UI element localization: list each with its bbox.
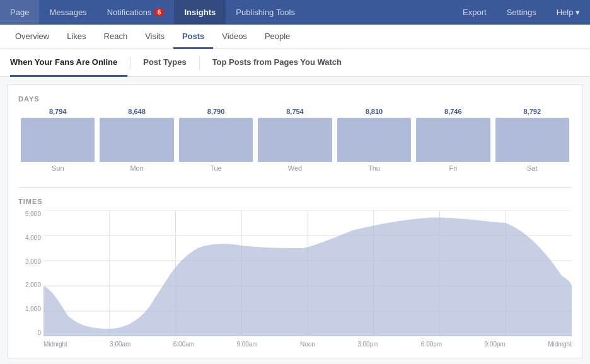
- nav-item-export[interactable]: Export: [453, 0, 497, 24]
- nav-label-page: Page: [10, 8, 29, 17]
- day-bar-mon[interactable]: [100, 118, 173, 162]
- times-svg-wrapper: Midnight 3:00am 6:00am 9:00am Noon 3:00p…: [43, 210, 572, 348]
- x-label-6pm: 6:00pm: [421, 341, 442, 348]
- y-label-4000: 4,000: [18, 234, 41, 241]
- second-nav-posts[interactable]: Posts: [173, 25, 213, 49]
- y-axis: 5,000 4,000 3,000 2,000 1,000 0: [18, 210, 43, 336]
- day-value-wed: 8,754: [286, 108, 304, 115]
- days-label: DAYS: [18, 95, 572, 103]
- sub-tab-post-types[interactable]: Post Types: [133, 50, 196, 77]
- second-nav-videos[interactable]: Videos: [213, 25, 256, 49]
- day-bar-col-wed: 8,754Wed: [258, 108, 332, 172]
- sub-tab-label-when-fans-online: When Your Fans Are Online: [10, 57, 117, 67]
- day-bar-col-sat: 8,792Sat: [495, 108, 569, 172]
- day-bar-wed[interactable]: [258, 118, 332, 162]
- day-bar-col-tue: 8,790Tue: [179, 108, 253, 172]
- day-bar-col-thu: 8,810Thu: [337, 108, 411, 172]
- y-label-3000: 3,000: [18, 258, 41, 265]
- second-nav-label-posts: Posts: [182, 31, 204, 41]
- second-nav-overview[interactable]: Overview: [6, 25, 58, 49]
- nav-label-publishing-tools: Publishing Tools: [236, 8, 295, 17]
- second-nav-reach[interactable]: Reach: [95, 25, 137, 49]
- day-bar-tue[interactable]: [179, 118, 253, 162]
- x-label-6am: 6:00am: [173, 341, 194, 348]
- day-label-sat: Sat: [527, 164, 538, 172]
- times-row: TIMES 5,000 4,000 3,000 2,000 1,000 0: [18, 198, 572, 348]
- second-nav-visits[interactable]: Visits: [136, 25, 173, 49]
- sub-tab-divider-2: [199, 57, 200, 69]
- chart-section: DAYS 8,794Sun8,648Mon8,790Tue8,754Wed8,8…: [8, 84, 582, 358]
- top-nav: Page Messages Notifications 6 Insights P…: [0, 0, 590, 25]
- nav-item-settings[interactable]: Settings: [497, 0, 547, 24]
- times-label: TIMES: [18, 198, 572, 205]
- day-bar-sun[interactable]: [21, 118, 95, 162]
- day-bar-sat[interactable]: [495, 118, 569, 162]
- nav-item-messages[interactable]: Messages: [39, 0, 96, 24]
- second-nav-label-reach: Reach: [104, 31, 128, 41]
- day-label-wed: Wed: [288, 164, 302, 172]
- nav-label-settings: Settings: [507, 8, 536, 17]
- x-label-3am: 3:00am: [110, 341, 130, 348]
- days-chart: 8,794Sun8,648Mon8,790Tue8,754Wed8,810Thu…: [18, 108, 572, 172]
- second-nav-likes[interactable]: Likes: [58, 25, 95, 49]
- nav-label-export: Export: [463, 8, 487, 17]
- nav-item-page[interactable]: Page: [0, 0, 39, 24]
- page-wrapper: Page Messages Notifications 6 Insights P…: [0, 0, 590, 364]
- x-label-9am: 9:00am: [236, 341, 257, 348]
- x-label-midnight-end: Midnight: [548, 341, 572, 348]
- second-nav-label-overview: Overview: [15, 31, 49, 41]
- second-nav-people[interactable]: People: [256, 25, 299, 49]
- notifications-badge: 6: [154, 8, 164, 16]
- sub-tab-top-posts[interactable]: Top Posts from Pages You Watch: [202, 50, 352, 77]
- top-nav-left: Page Messages Notifications 6 Insights P…: [0, 0, 453, 24]
- day-label-fri: Fri: [449, 164, 457, 172]
- day-label-thu: Thu: [368, 164, 380, 172]
- times-chart-area: 5,000 4,000 3,000 2,000 1,000 0: [18, 210, 572, 348]
- nav-item-notifications[interactable]: Notifications 6: [97, 0, 175, 24]
- x-label-noon: Noon: [300, 341, 315, 348]
- day-value-fri: 8,746: [444, 108, 462, 115]
- day-value-thu: 8,810: [366, 108, 383, 115]
- x-label-3pm: 3:00pm: [357, 341, 378, 348]
- day-value-tue: 8,790: [207, 108, 225, 115]
- days-row: DAYS 8,794Sun8,648Mon8,790Tue8,754Wed8,8…: [18, 95, 572, 188]
- sub-tabs: When Your Fans Are Online Post Types Top…: [0, 49, 590, 77]
- second-nav-label-likes: Likes: [67, 31, 86, 41]
- nav-label-insights: Insights: [184, 8, 216, 17]
- nav-item-insights[interactable]: Insights: [174, 0, 226, 24]
- y-label-1000: 1,000: [18, 305, 41, 312]
- day-label-mon: Mon: [130, 164, 143, 172]
- top-nav-right: Export Settings Help ▾: [453, 0, 590, 24]
- nav-label-notifications: Notifications: [107, 8, 152, 17]
- x-label-midnight-start: Midnight: [43, 341, 67, 348]
- nav-item-help[interactable]: Help ▾: [547, 0, 590, 24]
- y-label-2000: 2,000: [18, 282, 41, 288]
- second-nav: Overview Likes Reach Visits Posts Videos…: [0, 25, 590, 49]
- day-bar-fri[interactable]: [416, 118, 490, 162]
- day-bar-col-sun: 8,794Sun: [21, 108, 95, 172]
- day-bar-col-fri: 8,746Fri: [416, 108, 490, 172]
- nav-label-help: Help ▾: [557, 8, 580, 17]
- day-label-tue: Tue: [210, 164, 222, 172]
- y-label-0: 0: [18, 329, 41, 336]
- nav-item-publishing-tools[interactable]: Publishing Tools: [226, 0, 305, 24]
- nav-label-messages: Messages: [49, 8, 86, 17]
- sub-tab-divider-1: [130, 57, 130, 69]
- second-nav-label-people: People: [265, 31, 290, 41]
- times-chart-svg: [43, 210, 572, 336]
- y-label-5000: 5,000: [18, 210, 41, 217]
- day-bar-thu[interactable]: [337, 118, 411, 162]
- x-axis-labels: Midnight 3:00am 6:00am 9:00am Noon 3:00p…: [43, 341, 572, 348]
- day-value-sun: 8,794: [49, 108, 67, 115]
- day-bar-col-mon: 8,648Mon: [100, 108, 173, 172]
- day-label-sun: Sun: [52, 164, 64, 172]
- day-value-sat: 8,792: [523, 108, 541, 115]
- second-nav-label-visits: Visits: [145, 31, 165, 41]
- sub-tab-label-post-types: Post Types: [143, 57, 186, 67]
- x-label-9pm: 9:00pm: [484, 341, 505, 348]
- sub-tab-label-top-posts: Top Posts from Pages You Watch: [212, 57, 342, 67]
- sub-tab-when-fans-online[interactable]: When Your Fans Are Online: [10, 50, 127, 77]
- day-value-mon: 8,648: [128, 108, 146, 115]
- second-nav-label-videos: Videos: [222, 31, 247, 41]
